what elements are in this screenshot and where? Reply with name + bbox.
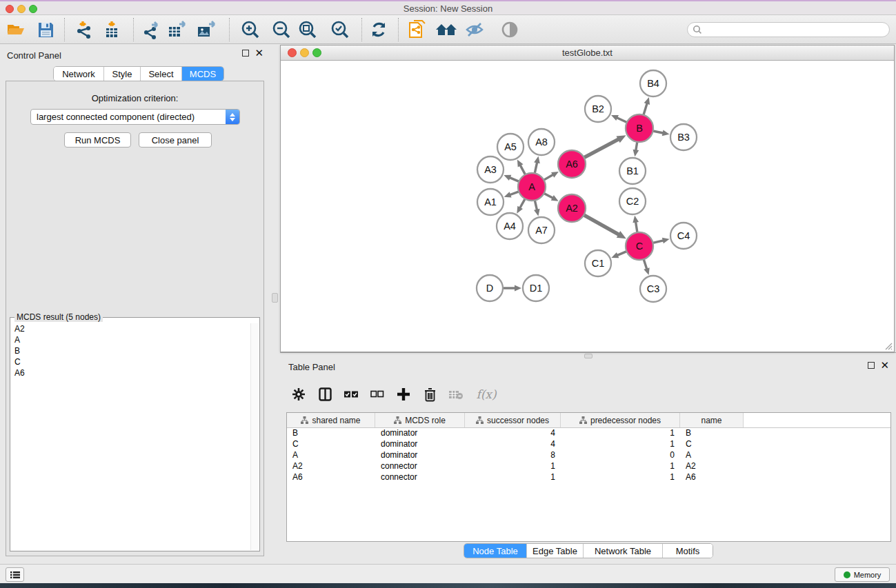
mcds-result-item[interactable]: A6 bbox=[11, 367, 250, 378]
table-cell[interactable]: 4 bbox=[465, 439, 561, 450]
clear-selection-button[interactable] bbox=[370, 385, 385, 403]
table-cell[interactable]: dominator bbox=[375, 428, 465, 439]
tab-network[interactable]: Network bbox=[54, 67, 104, 81]
graph-edge-A-A5[interactable] bbox=[520, 165, 526, 175]
column-header-predecessor-nodes[interactable]: predecessor nodes bbox=[561, 413, 680, 427]
graph-edge-A-A6[interactable] bbox=[544, 174, 554, 180]
column-header-successor-nodes[interactable]: successor nodes bbox=[465, 413, 561, 427]
float-table-panel-icon[interactable] bbox=[868, 362, 875, 369]
table-row[interactable]: Adominator80A bbox=[287, 450, 890, 461]
table-row[interactable]: A2connector11A2 bbox=[287, 461, 890, 472]
hide-selected-button[interactable] bbox=[463, 18, 488, 41]
table-settings-button[interactable] bbox=[291, 385, 306, 403]
tab-edge-table[interactable]: Edge Table bbox=[527, 544, 584, 558]
table-row[interactable]: A6connector11A6 bbox=[287, 472, 890, 483]
table-cell[interactable]: 1 bbox=[561, 428, 680, 439]
table-cell[interactable]: B bbox=[287, 428, 375, 439]
graph-edge-C-C3[interactable] bbox=[644, 259, 647, 270]
zoom-out-button[interactable] bbox=[269, 18, 294, 41]
graph-edge-A2-C[interactable] bbox=[584, 215, 619, 235]
export-network-button[interactable] bbox=[139, 18, 164, 41]
add-column-button[interactable] bbox=[396, 385, 411, 403]
graph-edge-A-A3[interactable] bbox=[509, 177, 519, 181]
graph-edge-B-B1[interactable] bbox=[636, 142, 637, 152]
table-cell[interactable]: A6 bbox=[287, 472, 375, 483]
optimization-criterion-select[interactable]: largest connected component (directed) bbox=[30, 109, 240, 125]
graph-edge-B-B3[interactable] bbox=[653, 131, 664, 133]
column-header-name[interactable]: name bbox=[680, 413, 744, 427]
table-cell[interactable]: 1 bbox=[561, 461, 680, 472]
zoom-fit-button[interactable] bbox=[295, 18, 320, 41]
table-cell[interactable]: A bbox=[287, 450, 375, 461]
table-cell[interactable]: 1 bbox=[561, 472, 680, 483]
task-history-button[interactable] bbox=[6, 567, 24, 582]
graph-edge-C-C1[interactable] bbox=[617, 252, 627, 256]
cybrowser-button[interactable] bbox=[405, 18, 430, 41]
column-header-MCDS-role[interactable]: MCDS role bbox=[375, 413, 465, 427]
table-cell[interactable]: A2 bbox=[680, 461, 744, 472]
table-cell[interactable]: 4 bbox=[465, 428, 561, 439]
graph-edge-B-B4[interactable] bbox=[644, 103, 648, 115]
home-network-button[interactable] bbox=[434, 18, 459, 41]
mcds-result-item[interactable]: C bbox=[11, 356, 250, 367]
mcds-result-item[interactable]: B bbox=[11, 345, 250, 356]
table-cell[interactable]: dominator bbox=[375, 439, 465, 450]
float-panel-icon[interactable] bbox=[242, 50, 249, 57]
close-table-panel-icon[interactable]: ✕ bbox=[880, 362, 889, 369]
search-input[interactable] bbox=[702, 23, 884, 36]
graph-edge-C-C4[interactable] bbox=[653, 241, 664, 243]
graph-edge-A-A8[interactable] bbox=[535, 161, 537, 173]
table-cell[interactable]: 1 bbox=[465, 472, 561, 483]
table-cell[interactable]: A2 bbox=[287, 461, 375, 472]
mcds-result-item[interactable]: A2 bbox=[11, 323, 250, 334]
result-scrollbar[interactable] bbox=[250, 323, 259, 550]
close-panel-icon[interactable]: ✕ bbox=[255, 50, 263, 57]
table-row[interactable]: Bdominator41B bbox=[287, 428, 890, 439]
network-canvas[interactable]: B4B2BB3A5A8A6B1A3AC2A1A2A4A7C4CC1C3DD1 bbox=[281, 61, 894, 352]
search-field[interactable] bbox=[687, 22, 890, 37]
run-mcds-button[interactable]: Run MCDS bbox=[64, 132, 131, 148]
function-builder-button[interactable]: f(x) bbox=[475, 385, 498, 403]
table-cell[interactable]: C bbox=[680, 439, 744, 450]
graph-edge-A-A1[interactable] bbox=[509, 192, 519, 195]
import-network-button[interactable] bbox=[72, 18, 97, 41]
table-cell[interactable]: connector bbox=[375, 472, 465, 483]
table-cell[interactable]: dominator bbox=[375, 450, 465, 461]
save-session-button[interactable] bbox=[33, 18, 58, 41]
tab-node-table[interactable]: Node Table bbox=[464, 544, 527, 558]
resize-grip-icon[interactable] bbox=[883, 341, 893, 350]
zoom-in-button[interactable] bbox=[238, 18, 263, 41]
tab-mcds[interactable]: MCDS bbox=[182, 67, 223, 81]
import-table-button[interactable] bbox=[99, 18, 124, 41]
select-all-button[interactable] bbox=[344, 385, 359, 403]
table-cell[interactable]: A bbox=[680, 450, 744, 461]
tab-motifs[interactable]: Motifs bbox=[663, 544, 713, 558]
column-header-shared-name[interactable]: shared name bbox=[287, 413, 375, 427]
tab-network-table[interactable]: Network Table bbox=[584, 544, 663, 558]
table-cell[interactable]: 1 bbox=[561, 439, 680, 450]
mcds-result-item[interactable]: A bbox=[11, 334, 250, 345]
graph-edge-C-C2[interactable] bbox=[635, 221, 637, 233]
zoom-selected-button[interactable] bbox=[328, 18, 352, 41]
refresh-button[interactable] bbox=[366, 18, 391, 41]
vertical-divider-grip[interactable] bbox=[272, 293, 278, 303]
export-image-button[interactable] bbox=[194, 18, 219, 41]
table-cell[interactable]: C bbox=[287, 439, 375, 450]
delete-column-button[interactable] bbox=[422, 385, 437, 403]
show-columns-button[interactable] bbox=[317, 385, 332, 403]
mcds-result-list[interactable]: A2ABCA6 bbox=[11, 323, 250, 550]
table-cell[interactable]: 1 bbox=[465, 461, 561, 472]
graph-edge-A-A4[interactable] bbox=[519, 199, 525, 208]
graph-edge-A-A2[interactable] bbox=[544, 193, 554, 198]
open-file-button[interactable] bbox=[3, 18, 28, 41]
tab-style[interactable]: Style bbox=[104, 67, 141, 81]
table-row[interactable]: Cdominator41C bbox=[287, 439, 890, 450]
table-cell[interactable]: connector bbox=[375, 461, 465, 472]
export-table-button[interactable] bbox=[165, 18, 190, 41]
tab-select[interactable]: Select bbox=[141, 67, 182, 81]
table-cell[interactable]: B bbox=[680, 428, 744, 439]
close-panel-button[interactable]: Close panel bbox=[139, 132, 212, 148]
memory-button[interactable]: Memory bbox=[835, 567, 890, 582]
table-cell[interactable]: 0 bbox=[561, 450, 680, 461]
table-cell[interactable]: A6 bbox=[680, 472, 744, 483]
